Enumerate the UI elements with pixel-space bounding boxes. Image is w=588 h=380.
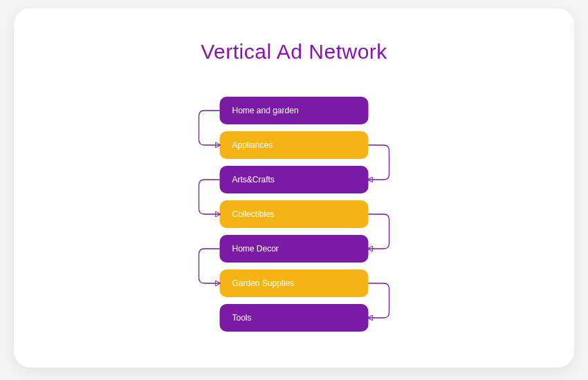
node-garden-supplies: Garden Supplies (220, 269, 369, 297)
connector-arrow (199, 180, 220, 214)
node-appliances: Appliances (220, 131, 369, 159)
node-stack: Home and garden Appliances Arts&Crafts C… (220, 97, 369, 339)
connector-arrow (369, 145, 389, 180)
node-label: Tools (232, 313, 252, 323)
diagram-card: Vertical Ad Network Home and garden Appl… (14, 8, 574, 368)
connector-arrow (199, 111, 220, 145)
node-label: Home and garden (232, 106, 299, 115)
diagram-title: Vertical Ad Network (14, 40, 574, 64)
node-label: Garden Supplies (232, 278, 294, 288)
node-arts-and-crafts: Arts&Crafts (220, 166, 369, 193)
node-label: Home Decor (232, 244, 279, 254)
node-label: Arts&Crafts (232, 175, 275, 184)
connector-arrow (369, 283, 389, 318)
node-label: Collectibles (232, 209, 275, 219)
node-home-decor: Home Decor (220, 235, 369, 263)
node-label: Appliances (232, 140, 273, 150)
node-tools: Tools (220, 304, 369, 332)
connector-arrow (199, 249, 220, 283)
node-home-and-garden: Home and garden (220, 97, 369, 124)
connector-arrow (369, 214, 389, 249)
node-collectibles: Collectibles (220, 200, 369, 228)
